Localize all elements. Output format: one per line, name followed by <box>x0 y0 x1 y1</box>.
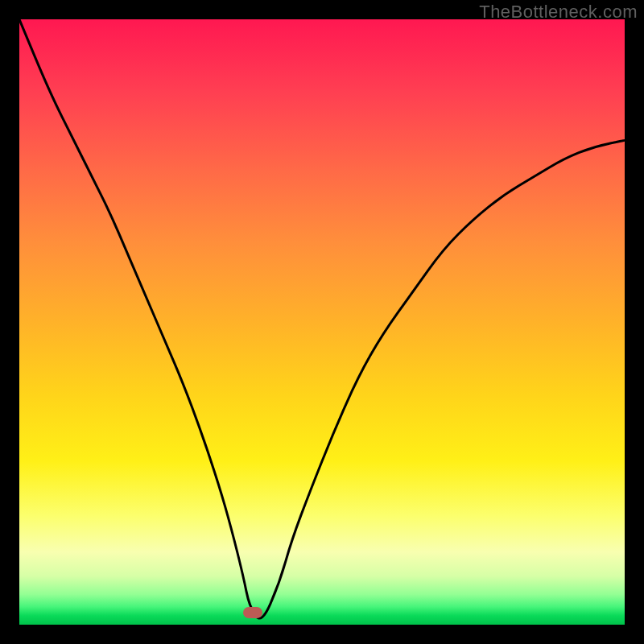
chart-frame: TheBottleneck.com <box>0 0 644 644</box>
optimal-marker <box>243 607 262 618</box>
watermark-text: TheBottleneck.com <box>479 2 638 23</box>
chart-plot-area <box>19 19 625 625</box>
bottleneck-curve <box>19 19 625 625</box>
